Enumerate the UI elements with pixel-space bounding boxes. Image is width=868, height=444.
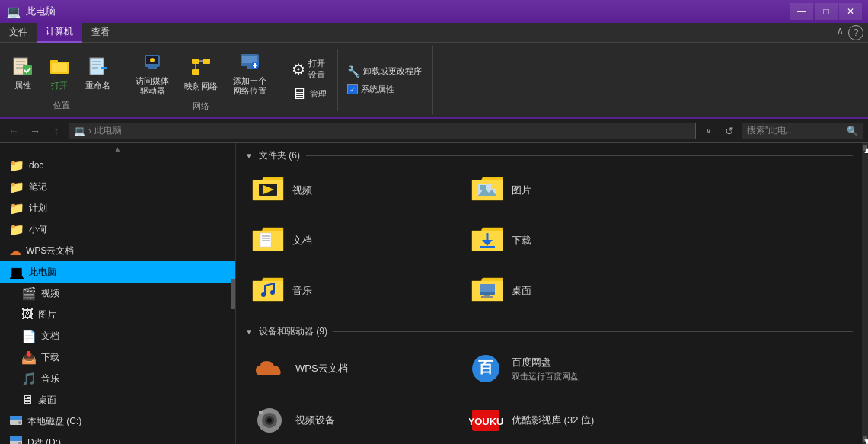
sidebar-label-xiaohe: 小何 <box>29 223 47 236</box>
content-pane: ▼ 文件夹 (6) 视频 <box>236 143 862 444</box>
menu-file[interactable]: 文件 <box>0 23 37 42</box>
settings-icon: ⚙ <box>292 60 305 78</box>
refresh-button[interactable]: ↺ <box>720 122 739 140</box>
menu-view[interactable]: 查看 <box>82 23 119 42</box>
add-location-label: 添加一个网络位置 <box>233 76 266 96</box>
properties-label: 属性 <box>14 81 31 91</box>
content-scrollbar[interactable]: ▲ ▼ <box>862 143 868 444</box>
devices-section-line <box>333 331 853 332</box>
desktop-icon: 🖥 <box>21 393 34 407</box>
svg-rect-31 <box>10 416 22 420</box>
network-map-icon <box>190 56 212 80</box>
window-icon: 💻 <box>6 5 21 19</box>
folder-name-music: 音乐 <box>292 284 312 298</box>
folders-grid: 视频 图片 <box>245 168 853 313</box>
folder-name-document: 文档 <box>292 234 312 248</box>
pc-icon: 💻 <box>9 265 24 279</box>
sidebar-label-music: 音乐 <box>41 372 59 385</box>
ribbon-btn-media[interactable]: 访问媒体驱动器 <box>131 49 174 97</box>
wps-cloud-device-info: WPS云文档 <box>295 362 348 375</box>
ribbon-btn-network-map[interactable]: 映射网络 <box>180 54 222 93</box>
folders-section-header: ▼ 文件夹 (6) <box>245 149 853 162</box>
folder-item-document[interactable]: 文档 <box>245 219 458 263</box>
svg-rect-20 <box>192 69 199 75</box>
ribbon-btn-open[interactable]: 打开 <box>44 53 75 92</box>
sidebar-label-this-pc: 此电脑 <box>29 266 56 279</box>
properties-icon <box>12 55 34 79</box>
manage-label: 管理 <box>310 88 327 100</box>
svg-rect-65 <box>484 295 490 296</box>
sidebar-item-wps-cloud[interactable]: ☁ WPS云文档 <box>0 240 235 261</box>
window-title: 此电脑 <box>26 5 786 18</box>
sidebar-item-picture[interactable]: 🖼 图片 <box>0 304 235 325</box>
svg-text:YOUKU: YOUKU <box>469 416 503 427</box>
sidebar-item-doc[interactable]: 📁 doc <box>0 155 235 176</box>
device-item-wps-cloud[interactable]: WPS云文档 <box>245 344 458 393</box>
sidebar-item-video[interactable]: 🎬 视频 <box>0 283 235 304</box>
address-path[interactable]: 💻 › 此电脑 <box>69 123 696 139</box>
sidebar-item-music[interactable]: 🎵 音乐 <box>0 368 235 389</box>
svg-point-32 <box>18 421 21 424</box>
device-item-camera[interactable]: 视频设备 <box>245 396 458 444</box>
wps-cloud-icon: ☁ <box>9 244 21 258</box>
folder-item-video[interactable]: 视频 <box>245 168 458 212</box>
sidebar-item-notes[interactable]: 📁 笔记 <box>0 176 235 197</box>
help-icon[interactable]: ? <box>848 25 863 40</box>
ribbon-btn-uninstall[interactable]: 🔧 卸载或更改程序 <box>344 64 425 79</box>
folder-item-music[interactable]: 音乐 <box>245 269 458 313</box>
ribbon-btn-rename[interactable]: 重命名 <box>81 53 115 92</box>
sidebar-item-document[interactable]: 📄 文档 <box>0 325 235 347</box>
folder-name-picture: 图片 <box>512 184 531 197</box>
ribbon-btn-open-settings[interactable]: ⚙ 打开设置 <box>287 56 331 82</box>
device-item-baidu[interactable]: 百 百度网盘 双击运行百度网盘 <box>461 344 675 393</box>
scrollbar-up-arrow[interactable]: ▲ <box>863 145 867 151</box>
close-button[interactable]: ✕ <box>839 3 862 20</box>
ribbon-group-location: 属性 打开 <box>0 46 123 114</box>
svg-marker-58 <box>253 281 283 301</box>
svg-rect-7 <box>52 63 67 72</box>
sidebar-item-xiaohe[interactable]: 📁 小何 <box>0 219 235 240</box>
ribbon: 属性 打开 <box>0 43 868 119</box>
folder-name-video: 视频 <box>292 184 312 197</box>
document-icon: 📄 <box>21 329 37 343</box>
forward-button[interactable]: → <box>26 122 44 140</box>
sidebar-item-local-disk-c[interactable]: 本地磁盘 (C:) <box>0 410 235 432</box>
svg-rect-16 <box>149 65 155 67</box>
sidebar-item-desktop[interactable]: 🖥 桌面 <box>0 389 235 410</box>
minimize-button[interactable]: — <box>790 3 813 20</box>
ribbon-network-items: 访问媒体驱动器 映射网络 <box>131 49 271 97</box>
devices-section-title: 设备和驱动器 (9) <box>259 325 327 338</box>
sidebar-item-download[interactable]: 📥 下载 <box>0 347 235 368</box>
search-placeholder-text: 搜索"此电... <box>747 124 794 137</box>
maximize-button[interactable]: □ <box>815 3 838 20</box>
ribbon-collapse-icon[interactable]: ∧ <box>834 25 847 40</box>
svg-point-45 <box>491 184 496 189</box>
back-button[interactable]: ← <box>5 122 23 140</box>
title-bar: 💻 此电脑 — □ ✕ <box>0 0 868 23</box>
network-group-label: 网络 <box>193 97 209 112</box>
sidebar-item-plan[interactable]: 📁 计划 <box>0 197 235 219</box>
sidebar-scrollbar-thumb[interactable] <box>231 279 235 309</box>
device-item-youku[interactable]: YOUKU 优酷影视库 (32 位) <box>461 396 675 444</box>
scrollbar-down-arrow[interactable]: ▼ <box>863 436 867 442</box>
ribbon-btn-properties[interactable]: 属性 <box>8 53 38 92</box>
svg-rect-66 <box>481 296 493 298</box>
ribbon-btn-add-location[interactable]: 添加一个网络位置 <box>228 49 271 97</box>
camera-device-icon <box>251 402 288 439</box>
ribbon-btn-manage[interactable]: 🖥 管理 <box>287 84 331 104</box>
sidebar-item-this-pc[interactable]: 💻 此电脑 <box>0 261 235 283</box>
search-box[interactable]: 搜索"此电... 🔍 <box>742 123 863 139</box>
folders-section-arrow: ▼ <box>245 152 253 160</box>
network-map-label: 映射网络 <box>184 81 218 91</box>
up-button[interactable]: ↑ <box>47 122 65 140</box>
folder-item-desktop[interactable]: 桌面 <box>464 269 678 313</box>
address-bar: ← → ↑ 💻 › 此电脑 ∨ ↺ 搜索"此电... 🔍 <box>0 119 868 143</box>
folder-item-download[interactable]: 下载 <box>464 219 678 263</box>
ribbon-btn-sys-props[interactable]: ✓ 系统属性 <box>344 82 425 97</box>
menu-computer[interactable]: 计算机 <box>37 22 82 43</box>
open-icon <box>49 55 70 79</box>
dropdown-button[interactable]: ∨ <box>699 122 717 140</box>
svg-rect-48 <box>260 233 271 247</box>
sidebar-item-disk-d[interactable]: D盘 (D:) <box>0 432 235 444</box>
folder-item-picture[interactable]: 图片 <box>464 168 678 212</box>
